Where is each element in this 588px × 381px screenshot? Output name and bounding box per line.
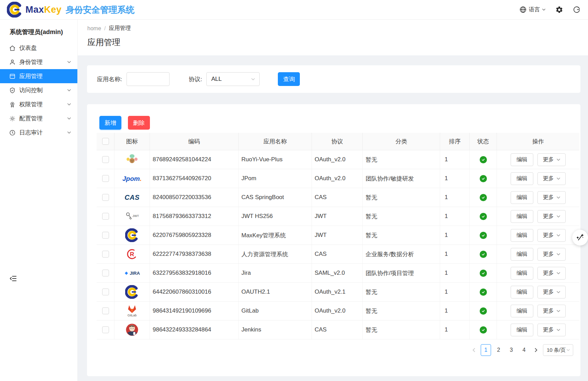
chevron-down-icon: [67, 61, 71, 64]
app-logo-cell: JWT: [115, 207, 150, 226]
add-button[interactable]: 新增: [99, 116, 121, 130]
row-checkbox[interactable]: [102, 307, 109, 314]
current-user-label: 系统管理员(admin): [0, 20, 77, 41]
row-checkbox[interactable]: [102, 156, 109, 163]
row-select-cell: [97, 302, 115, 320]
row-checkbox[interactable]: [102, 175, 109, 182]
more-button[interactable]: 更多: [537, 248, 566, 261]
table-row: 986432249333284864JenkinsCAS暂无1编辑更多: [97, 320, 579, 339]
page-number-2[interactable]: 2: [493, 344, 504, 356]
edit-button[interactable]: 编辑: [511, 286, 533, 298]
app-logo-cell: [115, 150, 150, 169]
sidebar-item-dashboard[interactable]: 仪表盘: [0, 41, 77, 55]
sidebar-item-label: 仪表盘: [19, 44, 37, 52]
edit-button[interactable]: 编辑: [511, 305, 533, 317]
edit-button[interactable]: 编辑: [511, 172, 533, 185]
edit-button[interactable]: 编辑: [511, 229, 533, 242]
sidebar-item-permissions[interactable]: 权限管理: [0, 97, 77, 111]
sidebar-item-audit[interactable]: 日志审计: [0, 126, 77, 140]
app-code: 837136275440926720: [150, 169, 239, 188]
more-button[interactable]: 更多: [537, 286, 566, 298]
chevron-down-icon: [566, 349, 570, 351]
status-enabled-icon: [480, 270, 487, 277]
row-checkbox[interactable]: [102, 289, 109, 295]
row-checkbox[interactable]: [102, 326, 109, 333]
edit-button[interactable]: 编辑: [511, 191, 533, 204]
logout-icon[interactable]: [573, 6, 580, 13]
page-number-1[interactable]: 1: [481, 344, 491, 356]
table-row: GitLab986431492190109696GitLabOAuth_v2.0…: [97, 302, 579, 320]
column-header-icon: 图标: [115, 133, 150, 150]
next-page-icon[interactable]: [533, 348, 540, 352]
app-logo-cell: GitLab: [115, 302, 150, 320]
delete-button[interactable]: 删除: [128, 116, 150, 130]
edit-button[interactable]: 编辑: [511, 210, 533, 223]
protocol-select[interactable]: ALL: [206, 72, 260, 86]
app-category: 暂无: [363, 302, 440, 320]
more-button-label: 更多: [543, 326, 554, 334]
edit-button[interactable]: 编辑: [511, 324, 533, 336]
app-logo-cell: Jpom.: [115, 169, 150, 188]
app-sort: 1: [440, 245, 470, 263]
edit-button[interactable]: 编辑: [511, 248, 533, 261]
app-category: 团队协作/项目管理: [363, 264, 440, 282]
more-button[interactable]: 更多: [537, 210, 566, 223]
sidebar-item-access[interactable]: 访问控制: [0, 83, 77, 97]
row-checkbox[interactable]: [102, 194, 109, 201]
language-switcher[interactable]: 语言: [519, 6, 546, 13]
app-sort: 1: [440, 226, 470, 244]
row-checkbox[interactable]: [102, 270, 109, 276]
select-all-checkbox[interactable]: [102, 138, 109, 145]
row-checkbox[interactable]: [102, 232, 109, 239]
more-button[interactable]: 更多: [537, 324, 566, 336]
app-category: 暂无: [363, 150, 440, 169]
sidebar-item-config[interactable]: 配置管理: [0, 111, 77, 126]
app-name: MaxKey管理系统: [239, 226, 312, 244]
app-category: 暂无: [363, 283, 440, 301]
status-cell: [470, 169, 497, 188]
prev-page-icon[interactable]: [470, 348, 477, 352]
globe-icon: [519, 6, 527, 13]
page-number-3[interactable]: 3: [506, 344, 516, 356]
status-cell: [470, 150, 497, 169]
more-button[interactable]: 更多: [537, 267, 566, 280]
more-button[interactable]: 更多: [537, 305, 566, 317]
settings-gear-icon[interactable]: [555, 6, 563, 14]
page-size-select[interactable]: 10 条/页: [543, 344, 573, 356]
row-select-cell: [97, 245, 115, 263]
edit-button[interactable]: 编辑: [511, 267, 533, 280]
chevron-down-icon: [67, 117, 71, 120]
sidebar-item-apps[interactable]: 应用管理: [0, 69, 77, 83]
page-number-4[interactable]: 4: [519, 344, 529, 356]
row-select-cell: [97, 188, 115, 207]
app-logo-jwt-icon: JWT: [125, 211, 139, 221]
more-button[interactable]: 更多: [537, 172, 566, 185]
edit-button[interactable]: 编辑: [511, 153, 533, 166]
gear-icon: [9, 115, 16, 122]
breadcrumb-home-link[interactable]: home: [87, 25, 101, 32]
select-all-cell: [97, 133, 115, 150]
app-category: 暂无: [363, 226, 440, 244]
row-checkbox[interactable]: [102, 213, 109, 220]
app-name: Jira: [239, 264, 312, 282]
more-button-label: 更多: [543, 270, 554, 277]
floating-magic-wand-button[interactable]: [572, 230, 588, 246]
app-code: 622076759805923328: [150, 226, 239, 244]
sidebar-item-identity[interactable]: 身份管理: [0, 55, 77, 69]
table-row: Jpom.837136275440926720JPomOAuth_v2.0团队协…: [97, 169, 579, 188]
sidebar-item-label: 访问控制: [19, 86, 43, 94]
chevron-down-icon: [556, 291, 560, 294]
app-name: 人力资源管理系统: [239, 245, 312, 263]
search-button[interactable]: 查询: [278, 72, 300, 86]
app-icon: [9, 73, 16, 80]
app-protocol: CAS: [312, 320, 363, 339]
page-header: home / 应用管理 应用管理: [78, 20, 588, 55]
chevron-down-icon: [67, 131, 71, 134]
more-button[interactable]: 更多: [537, 229, 566, 242]
more-button[interactable]: 更多: [537, 153, 566, 166]
row-checkbox[interactable]: [102, 251, 109, 258]
user-icon: [9, 59, 16, 66]
menu-fold-icon[interactable]: [9, 274, 17, 283]
app-name-input[interactable]: [127, 72, 170, 86]
more-button[interactable]: 更多: [537, 191, 566, 204]
